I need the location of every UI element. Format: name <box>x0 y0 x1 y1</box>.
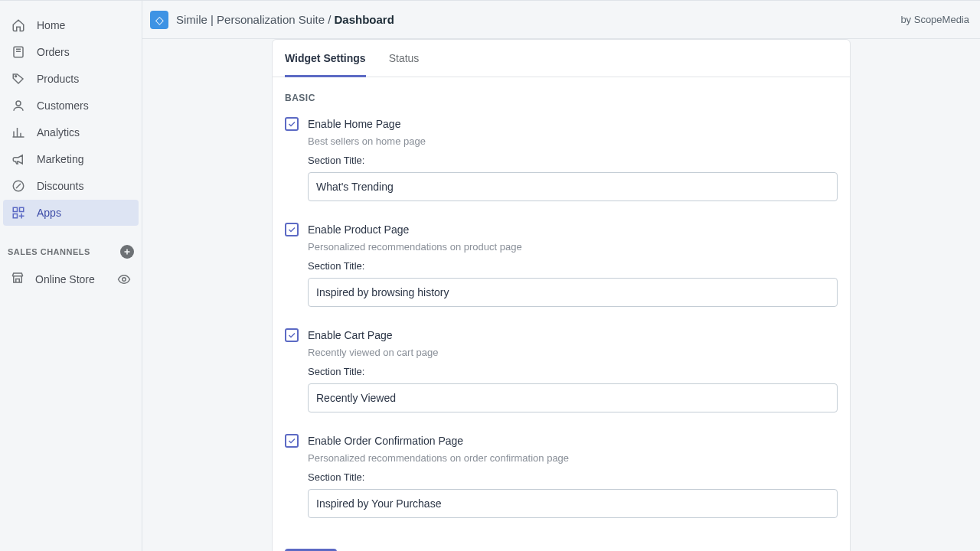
section-title-input-product[interactable] <box>308 278 838 307</box>
sidebar-item-label: Orders <box>37 46 70 58</box>
home-icon <box>11 18 26 33</box>
section-title-input-cart[interactable] <box>308 383 838 412</box>
sidebar: Home Orders Products Customers Analytics <box>0 1 142 551</box>
view-store-icon[interactable] <box>117 272 131 286</box>
app-logo-icon: ◇ <box>150 11 168 29</box>
option-order-confirmation-page: Enable Order Confirmation Page Personali… <box>285 434 838 518</box>
option-cart-page: Enable Cart Page Recently viewed on cart… <box>285 328 838 412</box>
svg-rect-6 <box>13 214 17 218</box>
option-product-page: Enable Product Page Personalized recomme… <box>285 223 838 307</box>
sidebar-item-label: Analytics <box>37 126 80 139</box>
tabs: Widget Settings Status <box>273 40 850 77</box>
option-desc: Best sellers on home page <box>308 135 838 147</box>
content-scroll[interactable]: Widget Settings Status BASIC Enable Home… <box>142 39 980 551</box>
sidebar-item-label: Home <box>37 19 65 31</box>
main: ◇ Simile | Personalization Suite / Dashb… <box>142 1 980 551</box>
widget-settings-card: Widget Settings Status BASIC Enable Home… <box>272 39 851 551</box>
apps-icon <box>11 205 26 220</box>
sidebar-item-label: Discounts <box>37 180 83 192</box>
sidebar-item-customers[interactable]: Customers <box>3 93 139 119</box>
sidebar-item-label: Apps <box>37 207 61 219</box>
option-home-page: Enable Home Page Best sellers on home pa… <box>285 117 838 201</box>
sidebar-section-sales-channels: SALES CHANNELS <box>0 227 142 265</box>
sidebar-item-marketing[interactable]: Marketing <box>3 146 139 172</box>
section-title-label: Section Title: <box>308 471 838 483</box>
orders-icon <box>11 44 26 60</box>
checkbox-product-page[interactable] <box>285 223 299 236</box>
section-title-label: Section Title: <box>308 155 838 166</box>
store-icon <box>11 271 24 287</box>
svg-point-2 <box>16 101 21 106</box>
svg-point-1 <box>15 76 17 77</box>
page-title: Dashboard <box>335 13 394 26</box>
basic-heading: BASIC <box>285 93 838 103</box>
option-desc: Personalized recommendations on product … <box>308 241 838 253</box>
svg-point-7 <box>122 277 126 281</box>
sidebar-item-label: Online Store <box>35 273 95 285</box>
byline: by ScopeMedia <box>900 14 969 25</box>
discount-icon <box>11 178 26 194</box>
add-channel-button[interactable] <box>120 245 134 259</box>
checkbox-home-page[interactable] <box>285 117 299 131</box>
option-desc: Recently viewed on cart page <box>308 347 838 358</box>
sidebar-item-label: Customers <box>37 99 89 112</box>
topbar: ◇ Simile | Personalization Suite / Dashb… <box>142 1 980 39</box>
breadcrumb: ◇ Simile | Personalization Suite / Dashb… <box>150 11 394 29</box>
sidebar-item-discounts[interactable]: Discounts <box>3 173 139 199</box>
user-icon <box>11 98 26 113</box>
sidebar-item-analytics[interactable]: Analytics <box>3 119 139 145</box>
sidebar-item-products[interactable]: Products <box>3 66 139 92</box>
megaphone-icon <box>11 152 26 167</box>
sidebar-section-label: SALES CHANNELS <box>8 247 90 256</box>
app-name: Simile | Personalization Suite <box>176 13 325 26</box>
svg-rect-5 <box>20 207 24 211</box>
option-title: Enable Product Page <box>308 223 409 236</box>
basic-section: BASIC Enable Home Page Best sellers on h… <box>273 77 850 546</box>
breadcrumb-sep: / <box>325 13 335 26</box>
tab-widget-settings[interactable]: Widget Settings <box>285 40 366 77</box>
section-title-label: Section Title: <box>308 260 838 272</box>
sidebar-item-home[interactable]: Home <box>3 12 139 38</box>
option-title: Enable Order Confirmation Page <box>308 435 463 447</box>
checkbox-cart-page[interactable] <box>285 328 299 342</box>
sidebar-item-label: Products <box>37 73 79 85</box>
option-title: Enable Home Page <box>308 118 400 130</box>
tag-icon <box>11 71 26 86</box>
sidebar-item-apps[interactable]: Apps <box>3 200 139 226</box>
analytics-icon <box>11 125 26 140</box>
section-title-input-home[interactable] <box>308 172 838 201</box>
svg-rect-4 <box>13 207 17 211</box>
sidebar-item-label: Marketing <box>37 153 83 165</box>
option-desc: Personalized recommendations on order co… <box>308 452 838 464</box>
section-title-input-order[interactable] <box>308 489 838 518</box>
checkbox-order-confirmation[interactable] <box>285 434 299 448</box>
sidebar-item-orders[interactable]: Orders <box>3 39 139 65</box>
option-title: Enable Cart Page <box>308 329 393 341</box>
sidebar-item-online-store[interactable]: Online Store <box>3 266 139 292</box>
section-title-label: Section Title: <box>308 366 838 377</box>
tab-status[interactable]: Status <box>389 40 420 77</box>
